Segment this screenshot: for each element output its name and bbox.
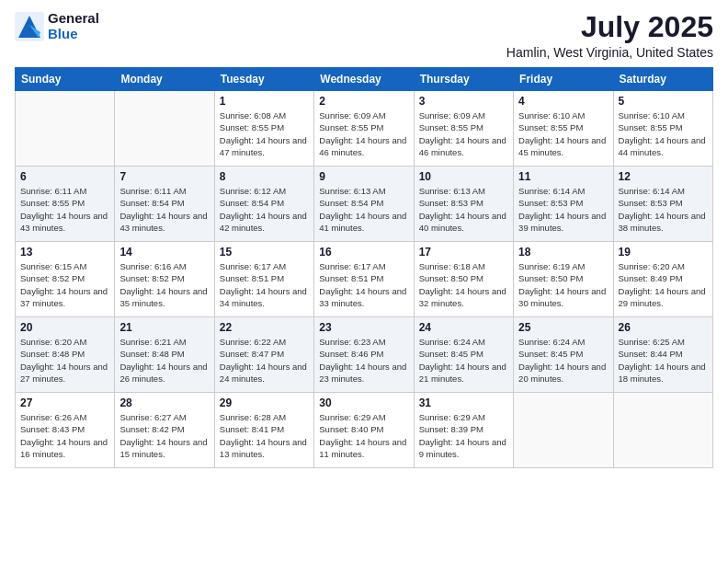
table-row: 14Sunrise: 6:16 AM Sunset: 8:52 PM Dayli…	[115, 242, 214, 317]
day-number: 21	[119, 321, 209, 334]
day-number: 13	[20, 246, 109, 259]
day-info: Sunrise: 6:28 AM Sunset: 8:41 PM Dayligh…	[220, 411, 309, 460]
day-info: Sunrise: 6:29 AM Sunset: 8:39 PM Dayligh…	[419, 411, 508, 460]
day-info: Sunrise: 6:11 AM Sunset: 8:55 PM Dayligh…	[20, 185, 109, 234]
table-row: 23Sunrise: 6:23 AM Sunset: 8:46 PM Dayli…	[314, 317, 414, 393]
calendar-week-row: 27Sunrise: 6:26 AM Sunset: 8:43 PM Dayli…	[16, 393, 713, 468]
table-row: 21Sunrise: 6:21 AM Sunset: 8:48 PM Dayli…	[115, 317, 214, 393]
day-number: 29	[220, 396, 309, 409]
col-monday: Monday	[115, 68, 214, 91]
day-number: 9	[319, 170, 408, 183]
day-info: Sunrise: 6:20 AM Sunset: 8:48 PM Dayligh…	[20, 336, 109, 385]
day-number: 23	[319, 321, 408, 334]
table-row: 27Sunrise: 6:26 AM Sunset: 8:43 PM Dayli…	[16, 393, 115, 468]
calendar-week-row: 6Sunrise: 6:11 AM Sunset: 8:55 PM Daylig…	[16, 167, 713, 242]
table-row	[16, 91, 115, 167]
table-row: 29Sunrise: 6:28 AM Sunset: 8:41 PM Dayli…	[214, 393, 313, 468]
day-info: Sunrise: 6:24 AM Sunset: 8:45 PM Dayligh…	[518, 336, 608, 385]
day-number: 31	[419, 396, 508, 409]
table-row: 16Sunrise: 6:17 AM Sunset: 8:51 PM Dayli…	[314, 242, 414, 317]
table-row: 5Sunrise: 6:10 AM Sunset: 8:55 PM Daylig…	[613, 91, 712, 167]
day-info: Sunrise: 6:16 AM Sunset: 8:52 PM Dayligh…	[119, 260, 209, 309]
day-number: 3	[419, 95, 508, 108]
day-number: 22	[220, 321, 309, 334]
logo: General Blue	[15, 11, 99, 41]
day-info: Sunrise: 6:24 AM Sunset: 8:45 PM Dayligh…	[419, 336, 508, 385]
table-row: 25Sunrise: 6:24 AM Sunset: 8:45 PM Dayli…	[514, 317, 613, 393]
calendar-header-row: Sunday Monday Tuesday Wednesday Thursday…	[16, 68, 713, 91]
page: General Blue July 2025 Hamlin, West Virg…	[0, 0, 728, 563]
day-number: 25	[518, 321, 608, 334]
day-number: 8	[220, 170, 309, 183]
day-info: Sunrise: 6:18 AM Sunset: 8:50 PM Dayligh…	[419, 260, 508, 309]
logo-icon	[15, 12, 44, 41]
main-title: July 2025	[506, 11, 713, 43]
table-row: 15Sunrise: 6:17 AM Sunset: 8:51 PM Dayli…	[214, 242, 313, 317]
calendar-week-row: 20Sunrise: 6:20 AM Sunset: 8:48 PM Dayli…	[16, 317, 713, 393]
calendar-week-row: 1Sunrise: 6:08 AM Sunset: 8:55 PM Daylig…	[16, 91, 713, 167]
table-row: 19Sunrise: 6:20 AM Sunset: 8:49 PM Dayli…	[613, 242, 712, 317]
day-number: 12	[619, 170, 708, 183]
col-wednesday: Wednesday	[314, 68, 414, 91]
day-info: Sunrise: 6:22 AM Sunset: 8:47 PM Dayligh…	[220, 336, 309, 385]
table-row	[514, 393, 613, 468]
col-sunday: Sunday	[16, 68, 115, 91]
day-info: Sunrise: 6:13 AM Sunset: 8:54 PM Dayligh…	[319, 185, 408, 234]
day-info: Sunrise: 6:21 AM Sunset: 8:48 PM Dayligh…	[119, 336, 209, 385]
day-info: Sunrise: 6:09 AM Sunset: 8:55 PM Dayligh…	[419, 109, 508, 158]
day-number: 14	[119, 246, 209, 259]
day-info: Sunrise: 6:14 AM Sunset: 8:53 PM Dayligh…	[518, 185, 608, 234]
table-row	[115, 91, 214, 167]
day-info: Sunrise: 6:19 AM Sunset: 8:50 PM Dayligh…	[518, 260, 608, 309]
day-info: Sunrise: 6:15 AM Sunset: 8:52 PM Dayligh…	[20, 260, 109, 309]
calendar: Sunday Monday Tuesday Wednesday Thursday…	[15, 67, 713, 468]
day-info: Sunrise: 6:08 AM Sunset: 8:55 PM Dayligh…	[220, 109, 309, 158]
day-number: 20	[20, 321, 109, 334]
header: General Blue July 2025 Hamlin, West Virg…	[15, 11, 713, 60]
day-info: Sunrise: 6:29 AM Sunset: 8:40 PM Dayligh…	[319, 411, 408, 460]
day-info: Sunrise: 6:14 AM Sunset: 8:53 PM Dayligh…	[619, 185, 708, 234]
day-number: 7	[119, 170, 209, 183]
table-row: 26Sunrise: 6:25 AM Sunset: 8:44 PM Dayli…	[613, 317, 712, 393]
day-info: Sunrise: 6:25 AM Sunset: 8:44 PM Dayligh…	[619, 336, 708, 385]
day-info: Sunrise: 6:20 AM Sunset: 8:49 PM Dayligh…	[619, 260, 708, 309]
col-saturday: Saturday	[613, 68, 712, 91]
table-row: 28Sunrise: 6:27 AM Sunset: 8:42 PM Dayli…	[115, 393, 214, 468]
col-tuesday: Tuesday	[214, 68, 313, 91]
table-row: 10Sunrise: 6:13 AM Sunset: 8:53 PM Dayli…	[414, 167, 513, 242]
day-info: Sunrise: 6:11 AM Sunset: 8:54 PM Dayligh…	[119, 185, 209, 234]
day-number: 1	[220, 95, 309, 108]
day-number: 2	[319, 95, 408, 108]
calendar-week-row: 13Sunrise: 6:15 AM Sunset: 8:52 PM Dayli…	[16, 242, 713, 317]
table-row: 12Sunrise: 6:14 AM Sunset: 8:53 PM Dayli…	[613, 167, 712, 242]
table-row: 22Sunrise: 6:22 AM Sunset: 8:47 PM Dayli…	[214, 317, 313, 393]
day-info: Sunrise: 6:10 AM Sunset: 8:55 PM Dayligh…	[518, 109, 608, 158]
table-row: 7Sunrise: 6:11 AM Sunset: 8:54 PM Daylig…	[115, 167, 214, 242]
day-number: 28	[119, 396, 209, 409]
table-row: 17Sunrise: 6:18 AM Sunset: 8:50 PM Dayli…	[414, 242, 513, 317]
table-row: 13Sunrise: 6:15 AM Sunset: 8:52 PM Dayli…	[16, 242, 115, 317]
day-number: 27	[20, 396, 109, 409]
table-row: 18Sunrise: 6:19 AM Sunset: 8:50 PM Dayli…	[514, 242, 613, 317]
day-info: Sunrise: 6:26 AM Sunset: 8:43 PM Dayligh…	[20, 411, 109, 460]
day-number: 17	[419, 246, 508, 259]
day-number: 26	[619, 321, 708, 334]
day-info: Sunrise: 6:27 AM Sunset: 8:42 PM Dayligh…	[119, 411, 209, 460]
day-number: 18	[518, 246, 608, 259]
day-number: 24	[419, 321, 508, 334]
day-info: Sunrise: 6:23 AM Sunset: 8:46 PM Dayligh…	[319, 336, 408, 385]
day-info: Sunrise: 6:09 AM Sunset: 8:55 PM Dayligh…	[319, 109, 408, 158]
day-number: 4	[518, 95, 608, 108]
day-number: 16	[319, 246, 408, 259]
table-row: 9Sunrise: 6:13 AM Sunset: 8:54 PM Daylig…	[314, 167, 414, 242]
logo-general: General	[48, 11, 99, 27]
table-row: 20Sunrise: 6:20 AM Sunset: 8:48 PM Dayli…	[16, 317, 115, 393]
table-row: 31Sunrise: 6:29 AM Sunset: 8:39 PM Dayli…	[414, 393, 513, 468]
day-info: Sunrise: 6:17 AM Sunset: 8:51 PM Dayligh…	[220, 260, 309, 309]
day-number: 6	[20, 170, 109, 183]
table-row: 24Sunrise: 6:24 AM Sunset: 8:45 PM Dayli…	[414, 317, 513, 393]
table-row: 1Sunrise: 6:08 AM Sunset: 8:55 PM Daylig…	[214, 91, 313, 167]
day-number: 11	[518, 170, 608, 183]
day-info: Sunrise: 6:13 AM Sunset: 8:53 PM Dayligh…	[419, 185, 508, 234]
table-row: 30Sunrise: 6:29 AM Sunset: 8:40 PM Dayli…	[314, 393, 414, 468]
